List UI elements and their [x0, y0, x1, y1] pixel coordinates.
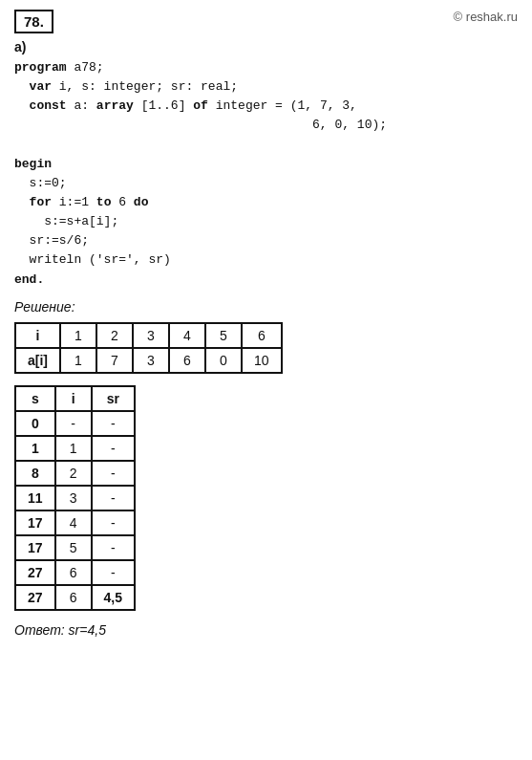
- i-2: 2: [55, 461, 92, 486]
- col-i-2: 2: [96, 323, 133, 348]
- answer: Ответ: sr=4,5: [14, 622, 518, 638]
- table-row: 17 5 -: [15, 535, 135, 560]
- table-row-final: 27 6 4,5: [15, 585, 135, 610]
- col-i-4: 4: [169, 323, 205, 348]
- s-27a: 27: [15, 560, 55, 585]
- solution-label: Решение:: [14, 299, 518, 315]
- sr-dash-2: -: [92, 436, 135, 461]
- col-i-trace-header: i: [55, 386, 92, 411]
- header: 78. © reshak.ru: [14, 10, 518, 33]
- i-5: 5: [55, 535, 92, 560]
- s-27b: 27: [15, 585, 55, 610]
- s-11: 11: [15, 486, 55, 510]
- sr-dash-6: -: [92, 535, 135, 560]
- i-6a: 6: [55, 560, 92, 585]
- col-ai-header: a[i]: [15, 348, 60, 373]
- col-ai-2: 7: [96, 348, 133, 373]
- problem-number: 78.: [14, 10, 53, 33]
- col-sr-header: sr: [92, 386, 135, 411]
- code-block: program a78; var i, s: integer; sr: real…: [14, 58, 518, 290]
- col-i-5: 5: [205, 323, 242, 348]
- table-row: 27 6 -: [15, 560, 135, 585]
- col-ai-5: 0: [205, 348, 242, 373]
- table-row: 1 1 -: [15, 436, 135, 461]
- i-dash-1: -: [55, 411, 92, 436]
- table-row: 0 - -: [15, 411, 135, 436]
- section-a-label: a): [14, 39, 518, 54]
- col-i-1: 1: [60, 323, 96, 348]
- col-ai-1: 1: [60, 348, 96, 373]
- table-row: 11 3 -: [15, 486, 135, 510]
- trace-table: s i sr 0 - - 1 1 - 8 2 - 11 3 - 17 4 - 1…: [14, 385, 136, 611]
- s-17a: 17: [15, 510, 55, 535]
- s-1: 1: [15, 436, 55, 461]
- col-s-header: s: [15, 386, 55, 411]
- col-i-header: i: [15, 323, 60, 348]
- col-ai-6: 10: [242, 348, 282, 373]
- s-8: 8: [15, 461, 55, 486]
- i-3: 3: [55, 486, 92, 510]
- reshak-logo: © reshak.ru: [454, 10, 518, 24]
- col-ai-4: 6: [169, 348, 205, 373]
- sr-dash-1: -: [92, 411, 135, 436]
- s-17b: 17: [15, 535, 55, 560]
- sr-dash-3: -: [92, 461, 135, 486]
- i-4: 4: [55, 510, 92, 535]
- s-0: 0: [15, 411, 55, 436]
- table-row: 17 4 -: [15, 510, 135, 535]
- col-i-6: 6: [242, 323, 282, 348]
- i-1: 1: [55, 436, 92, 461]
- sr-dash-5: -: [92, 510, 135, 535]
- sr-final: 4,5: [92, 585, 135, 610]
- array-table: i 1 2 3 4 5 6 a[i] 1 7 3 6 0 10: [14, 322, 283, 374]
- table-row: 8 2 -: [15, 461, 135, 486]
- i-6b: 6: [55, 585, 92, 610]
- sr-dash-7: -: [92, 560, 135, 585]
- col-ai-3: 3: [133, 348, 169, 373]
- sr-dash-4: -: [92, 486, 135, 510]
- col-i-3: 3: [133, 323, 169, 348]
